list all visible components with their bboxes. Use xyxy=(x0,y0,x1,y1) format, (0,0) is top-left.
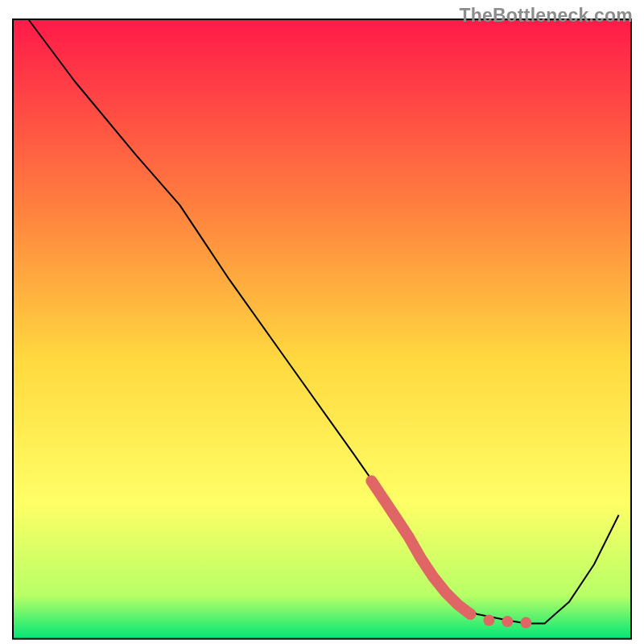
chart-svg xyxy=(0,0,644,644)
chart-stage: TheBottleneck.com xyxy=(0,0,644,644)
highlight-dot xyxy=(520,617,531,629)
highlight-dot xyxy=(502,616,513,627)
chart-background xyxy=(13,19,631,639)
highlight-dot xyxy=(464,609,476,620)
highlight-dot xyxy=(483,615,494,626)
attribution-text: TheBottleneck.com xyxy=(459,5,633,27)
